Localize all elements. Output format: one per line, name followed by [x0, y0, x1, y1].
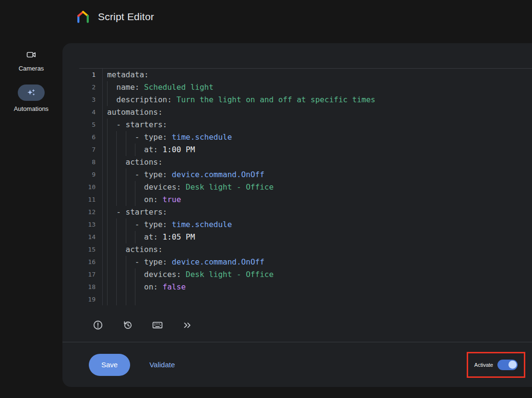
keyboard-shortcuts-button[interactable] [149, 316, 166, 334]
line-number: 2 [79, 81, 102, 94]
code-text: - starters: [102, 119, 532, 131]
code-text: - type: time.schedule [102, 218, 532, 231]
indent-guide [107, 231, 116, 243]
code-text: description: Turn the light on and off a… [102, 94, 532, 106]
problems-button[interactable] [89, 316, 107, 334]
code-line[interactable]: 17devices: Desk light - Office [79, 268, 532, 281]
indent-guide [116, 169, 125, 181]
indent-guide [116, 156, 125, 169]
validate-button[interactable]: Validate [149, 361, 175, 369]
indent-guide [116, 268, 125, 281]
line-number: 10 [79, 181, 102, 193]
line-number: 11 [79, 193, 102, 206]
indent-guide [135, 268, 144, 281]
code-text: - type: time.schedule [102, 131, 532, 144]
code-line[interactable]: 16- type: device.command.OnOff [79, 256, 532, 268]
indent-guide [135, 281, 144, 293]
code-line[interactable]: 4automations: [79, 106, 532, 119]
save-button[interactable]: Save [89, 354, 130, 376]
indent-guide [107, 181, 116, 193]
indent-guide [107, 293, 116, 305]
code-line[interactable]: 9- type: device.command.OnOff [79, 169, 532, 181]
code-line[interactable]: 3description: Turn the light on and off … [79, 94, 532, 106]
active-nav-indicator [18, 84, 45, 101]
code-text [102, 293, 532, 305]
line-number: 4 [79, 106, 102, 119]
indent-guide [107, 243, 116, 256]
indent-guide [116, 231, 125, 243]
indent-guide [107, 131, 116, 144]
indent-guide [135, 293, 144, 305]
code-text: on: false [102, 281, 532, 293]
indent-guide [107, 206, 116, 218]
code-text: at: 1:05 PM [102, 231, 532, 243]
sidebar-item-label: Automations [14, 105, 48, 112]
indent-guide [107, 268, 116, 281]
indent-guide [116, 193, 125, 206]
line-number: 1 [79, 69, 102, 81]
code-line[interactable]: 5- starters: [79, 119, 532, 131]
camera-icon [26, 49, 36, 60]
editor-footer: Save Validate Activate [62, 342, 532, 387]
indent-guide [116, 281, 125, 293]
indent-guide [107, 94, 116, 106]
line-number: 18 [79, 281, 102, 293]
code-line[interactable]: 6- type: time.schedule [79, 131, 532, 144]
code-line[interactable]: 18on: false [79, 281, 532, 293]
code-line[interactable]: 2name: Scheduled light [79, 81, 532, 94]
code-editor[interactable]: 1metadata:2name: Scheduled light3descrip… [79, 68, 532, 305]
line-number: 15 [79, 243, 102, 256]
indent-guide [126, 144, 135, 156]
indent-guide [107, 119, 116, 131]
line-number: 6 [79, 131, 102, 144]
code-lines: 1metadata:2name: Scheduled light3descrip… [79, 69, 532, 305]
automations-sparkle-icon [26, 87, 36, 98]
line-number: 8 [79, 156, 102, 169]
code-line[interactable]: 13- type: time.schedule [79, 218, 532, 231]
code-line[interactable]: 7at: 1:00 PM [79, 144, 532, 156]
code-line[interactable]: 10devices: Desk light - Office [79, 181, 532, 193]
code-line[interactable]: 19 [79, 293, 532, 305]
indent-guide [116, 218, 125, 231]
line-number: 12 [79, 206, 102, 218]
history-button[interactable] [119, 316, 136, 334]
indent-guide [135, 181, 144, 193]
code-text: metadata: [102, 69, 532, 81]
line-number: 19 [79, 293, 102, 305]
code-line[interactable]: 12- starters: [79, 206, 532, 218]
indent-guide [135, 193, 144, 206]
activate-label: Activate [474, 362, 493, 368]
code-text: on: true [102, 193, 532, 206]
error-outline-icon [93, 320, 103, 330]
indent-guide [135, 231, 144, 243]
indent-guide [107, 256, 116, 268]
code-text: devices: Desk light - Office [102, 181, 532, 193]
line-number: 13 [79, 218, 102, 231]
indent-guide [126, 169, 135, 181]
code-text: name: Scheduled light [102, 81, 532, 94]
indent-guide [107, 156, 116, 169]
line-number: 7 [79, 144, 102, 156]
annotation-highlight-box: Activate [467, 352, 525, 378]
activate-toggle[interactable] [497, 360, 518, 370]
code-line[interactable]: 8actions: [79, 156, 532, 169]
code-text: - starters: [102, 206, 532, 218]
code-text: actions: [102, 156, 532, 169]
code-text: devices: Desk light - Office [102, 268, 532, 281]
line-number: 3 [79, 94, 102, 106]
line-number: 5 [79, 119, 102, 131]
indent-guide [116, 293, 125, 305]
code-line[interactable]: 11on: true [79, 193, 532, 206]
code-line[interactable]: 1metadata: [79, 69, 532, 81]
code-line[interactable]: 15actions: [79, 243, 532, 256]
indent-guide [107, 193, 116, 206]
indent-guide [126, 131, 135, 144]
indent-guide [126, 281, 135, 293]
indent-guide [135, 144, 144, 156]
sidebar-item-automations[interactable]: Automations [0, 84, 62, 112]
sidebar-item-cameras[interactable]: Cameras [0, 49, 62, 72]
more-tools-button[interactable] [179, 316, 196, 334]
indent-guide [116, 131, 125, 144]
code-line[interactable]: 14at: 1:05 PM [79, 231, 532, 243]
indent-guide [126, 193, 135, 206]
